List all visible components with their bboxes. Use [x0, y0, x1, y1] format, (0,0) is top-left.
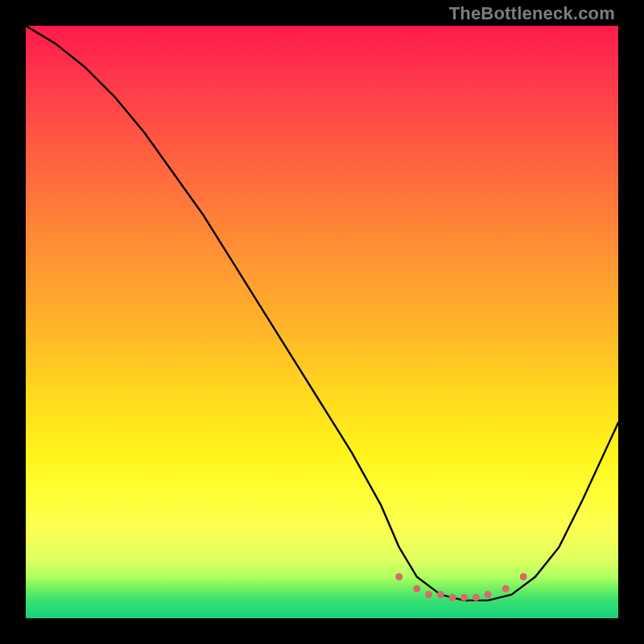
- marker-dot: [502, 585, 510, 592]
- chart-frame: TheBottleneck.com: [0, 0, 644, 644]
- marker-dot: [520, 573, 527, 580]
- curve-layer: [26, 26, 618, 618]
- marker-dot: [413, 585, 420, 592]
- marker-dot: [460, 594, 468, 601]
- marker-dot: [448, 594, 456, 601]
- flat-minimum-dots: [395, 573, 527, 601]
- plot-area: [26, 26, 618, 618]
- marker-dot: [437, 591, 444, 598]
- marker-dot: [395, 573, 402, 580]
- marker-dot: [473, 594, 480, 601]
- watermark-text: TheBottleneck.com: [449, 3, 615, 24]
- marker-dot: [485, 591, 492, 598]
- bottleneck-curve: [26, 26, 618, 601]
- marker-dot: [425, 591, 432, 598]
